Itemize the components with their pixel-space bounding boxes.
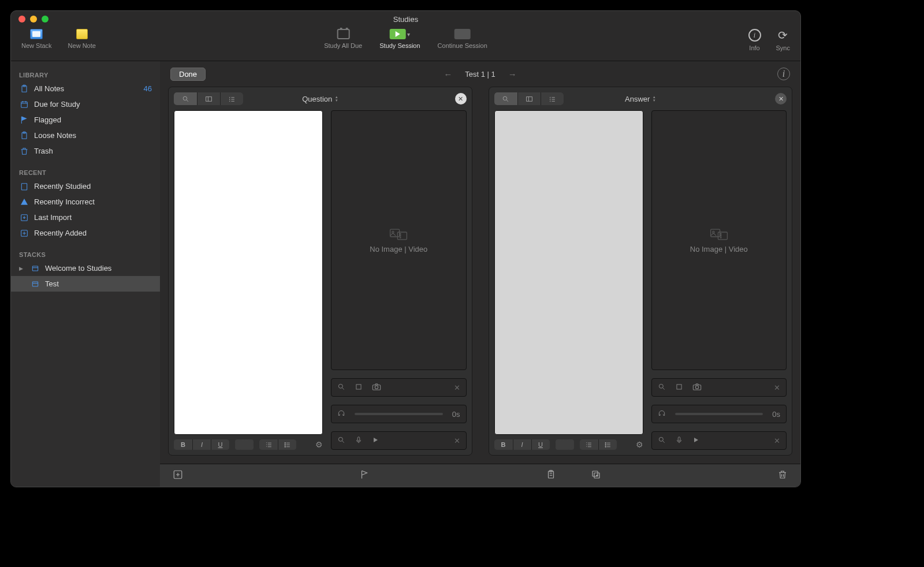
underline-button[interactable]: U	[211, 439, 229, 450]
camera-button[interactable]	[372, 383, 381, 393]
flag-note-button[interactable]	[359, 469, 370, 483]
sync-button[interactable]: ⟳ Sync	[776, 29, 790, 51]
window-title: Studies	[11, 15, 800, 24]
search-audio-button[interactable]	[337, 436, 345, 446]
close-window-button[interactable]	[18, 16, 25, 23]
disclosure-triangle-icon[interactable]: ▶	[19, 266, 25, 271]
view-mode-split[interactable]	[197, 92, 220, 105]
sidebar-item-recently-added[interactable]: Recently Added	[11, 225, 160, 241]
play-audio-button[interactable]	[372, 437, 379, 445]
all-notes-count: 46	[144, 84, 152, 93]
sidebar-item-due[interactable]: Due for Study	[11, 96, 160, 112]
question-media-well[interactable]: No Image | Video	[331, 110, 467, 370]
main: Done ← Test 1 | 1 → i	[160, 61, 800, 487]
sidebar-item-label: Trash	[34, 147, 53, 155]
media-placeholder-icon	[710, 227, 728, 241]
search-image-button[interactable]	[658, 383, 666, 393]
unordered-list-button[interactable]	[278, 439, 296, 450]
main-header: Done ← Test 1 | 1 → i	[160, 61, 800, 87]
mic-button[interactable]	[675, 436, 683, 446]
camera-button[interactable]	[692, 383, 702, 393]
remove-image-button[interactable]: ✕	[774, 383, 780, 392]
add-note-button[interactable]	[173, 469, 183, 482]
mic-button[interactable]	[355, 436, 363, 446]
view-mode-search[interactable]	[494, 92, 517, 105]
sort-icon[interactable]: ▴▾	[653, 95, 655, 102]
info-button[interactable]: i Info	[748, 29, 761, 51]
study-all-due-button[interactable]: Study All Due	[324, 29, 362, 49]
play-audio-button[interactable]	[692, 437, 699, 445]
prev-note-button[interactable]: ←	[444, 69, 452, 79]
sidebar-item-all-notes[interactable]: All Notes 46	[11, 81, 160, 96]
sidebar-item-label: Recently Added	[34, 229, 87, 237]
play-icon	[389, 29, 405, 39]
svg-point-27	[503, 96, 507, 100]
sidebar-item-last-import[interactable]: Last Import	[11, 210, 160, 225]
question-text-area[interactable]	[174, 110, 323, 435]
answer-text-area[interactable]	[494, 110, 643, 435]
zoom-window-button[interactable]	[42, 16, 49, 23]
svg-point-25	[338, 437, 342, 441]
text-settings-button[interactable]: ⚙	[636, 440, 643, 449]
bold-button[interactable]: B	[174, 439, 192, 450]
duplicate-button[interactable]	[591, 469, 601, 482]
ordered-list-button[interactable]	[580, 439, 598, 450]
audio-slider[interactable]	[675, 413, 763, 415]
underline-button[interactable]: U	[531, 439, 550, 450]
clipboard-button[interactable]	[546, 469, 556, 482]
new-stack-button[interactable]: New Stack	[21, 29, 52, 49]
study-session-button[interactable]: ▾ Study Session	[379, 29, 420, 49]
answer-audio-controls: ✕	[651, 431, 787, 450]
search-image-button[interactable]	[337, 383, 345, 393]
remove-audio-button[interactable]: ✕	[454, 437, 460, 445]
unordered-list-button[interactable]	[598, 439, 617, 450]
view-mode-search[interactable]	[174, 92, 197, 105]
view-mode-list[interactable]	[220, 92, 243, 105]
sidebar-item-label: Recently Incorrect	[34, 197, 95, 206]
sidebar-item-welcome[interactable]: ▶ Welcome to Studies	[11, 260, 160, 276]
crop-button[interactable]	[355, 383, 363, 393]
sidebar-item-test[interactable]: Test	[11, 276, 160, 292]
color-wheel-icon	[235, 439, 254, 450]
sidebar-item-recently-incorrect[interactable]: Recently Incorrect	[11, 194, 160, 210]
crop-button[interactable]	[675, 383, 683, 393]
clear-question-button[interactable]: ✕	[455, 93, 467, 105]
view-mode-list[interactable]	[541, 92, 564, 105]
audio-slider[interactable]	[355, 413, 443, 415]
delete-button[interactable]	[777, 469, 788, 482]
answer-media-well[interactable]: No Image | Video	[651, 110, 787, 370]
svg-point-19	[400, 235, 401, 236]
remove-audio-button[interactable]: ✕	[774, 437, 780, 445]
sort-icon[interactable]: ▴▾	[336, 95, 338, 102]
minimize-window-button[interactable]	[30, 16, 37, 23]
sidebar-item-flagged[interactable]: Flagged	[11, 112, 160, 128]
italic-button[interactable]: I	[513, 439, 531, 450]
color-picker-button[interactable]	[235, 439, 254, 450]
clipboard-icon	[19, 84, 29, 94]
remove-image-button[interactable]: ✕	[454, 383, 460, 392]
next-note-button[interactable]: →	[508, 69, 517, 79]
bold-button[interactable]: B	[494, 439, 513, 450]
sync-label: Sync	[776, 44, 790, 51]
done-button[interactable]: Done	[170, 68, 206, 81]
stack-icon	[30, 263, 40, 273]
ordered-list-button[interactable]	[259, 439, 278, 450]
continue-session-button[interactable]: Continue Session	[438, 29, 487, 49]
clear-answer-button[interactable]: ✕	[775, 93, 787, 105]
note-info-button[interactable]: i	[777, 68, 790, 80]
svg-point-20	[400, 237, 401, 238]
color-picker-button[interactable]	[556, 439, 574, 450]
new-note-button[interactable]: New Note	[68, 29, 96, 49]
text-settings-button[interactable]: ⚙	[315, 440, 323, 449]
color-wheel-icon	[556, 439, 574, 450]
audio-duration: 0s	[772, 410, 780, 419]
sidebar-item-trash[interactable]: Trash	[11, 143, 160, 159]
search-audio-button[interactable]	[658, 436, 666, 446]
svg-point-31	[605, 446, 606, 447]
sidebar-item-loose[interactable]: Loose Notes	[11, 128, 160, 143]
svg-point-29	[605, 442, 606, 443]
sidebar-item-recently-studied[interactable]: Recently Studied	[11, 178, 160, 194]
italic-button[interactable]: I	[192, 439, 211, 450]
note-icon	[76, 29, 88, 39]
view-mode-split[interactable]	[517, 92, 541, 105]
